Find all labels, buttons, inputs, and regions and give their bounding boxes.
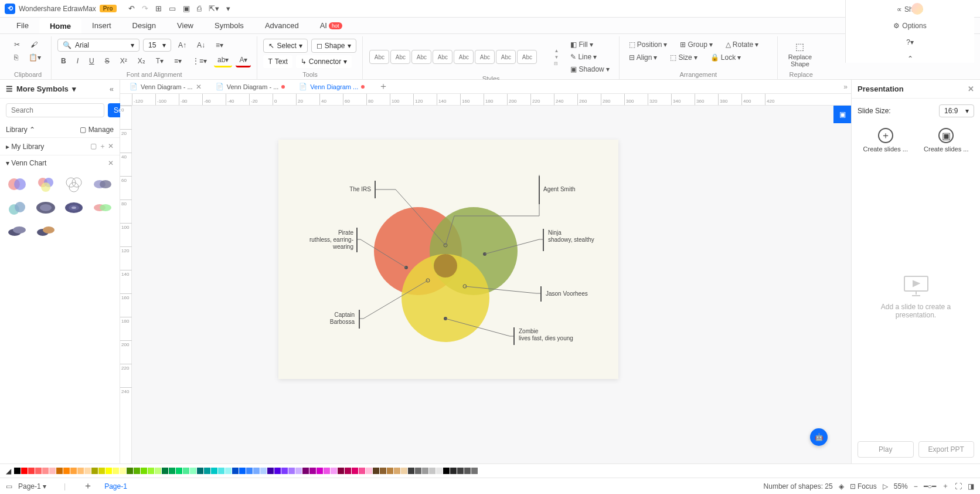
color-swatch[interactable] — [422, 468, 428, 474]
color-swatch[interactable] — [134, 468, 140, 474]
replace-shape-button[interactable]: ⬚Replace Shape — [784, 39, 816, 70]
color-swatch[interactable] — [324, 468, 330, 474]
color-swatch[interactable] — [14, 468, 21, 474]
fill-button[interactable]: ◧ Fill▾ — [567, 39, 612, 50]
position-button[interactable]: ⬚ Position▾ — [625, 39, 671, 50]
color-swatch[interactable] — [127, 468, 133, 474]
ai-assistant-button[interactable]: 🤖 — [810, 428, 828, 446]
collapse-ribbon-icon[interactable]: ⌃ — [907, 55, 913, 63]
venn-shape-5[interactable] — [6, 199, 28, 216]
color-swatch[interactable] — [239, 468, 246, 474]
color-swatch[interactable] — [190, 468, 196, 474]
cut-icon[interactable]: ✂ — [11, 39, 23, 50]
numbering-icon[interactable]: ≡▾ — [171, 55, 185, 67]
venn-shape-7[interactable] — [63, 199, 85, 216]
menu-ai[interactable]: AIhot — [309, 18, 353, 33]
fit-page-icon[interactable]: ⛶ — [955, 482, 962, 490]
no-fill-icon[interactable]: ◢ — [6, 467, 11, 475]
style-scroll-up[interactable]: ▲ — [554, 48, 559, 53]
menu-insert[interactable]: Insert — [81, 18, 122, 33]
line-button[interactable]: ✎ Line▾ — [567, 51, 612, 63]
color-swatch[interactable] — [281, 468, 288, 474]
group-button[interactable]: ⊞ Group▾ — [676, 39, 716, 50]
color-swatch[interactable] — [197, 468, 203, 474]
focus-button[interactable]: ⊡ Focus — [850, 482, 877, 490]
color-swatch[interactable] — [204, 468, 210, 474]
style-gallery[interactable]: Abc Abc Abc Abc Abc Abc Abc Abc — [369, 49, 550, 65]
color-swatch[interactable] — [42, 468, 49, 474]
open-icon[interactable]: ▭ — [169, 4, 176, 13]
my-library-section[interactable]: ▸ My Library ▢ ＋ ✕ — [0, 137, 120, 155]
shape-tool[interactable]: ◻ Shape▾ — [311, 39, 356, 53]
color-swatch[interactable] — [302, 468, 309, 474]
color-swatch[interactable] — [478, 468, 485, 474]
manage-button[interactable]: ▢ Manage — [80, 126, 114, 134]
rotate-button[interactable]: △ Rotate▾ — [722, 39, 762, 50]
close-section-icon[interactable]: ✕ — [108, 159, 114, 167]
close-right-panel-icon[interactable]: ✕ — [968, 84, 974, 93]
color-swatch[interactable] — [415, 468, 421, 474]
font-size-select[interactable]: 15 ▾ — [143, 39, 171, 52]
color-swatch[interactable] — [162, 468, 168, 474]
color-swatch[interactable] — [84, 468, 91, 474]
color-swatch[interactable] — [141, 468, 147, 474]
user-avatar[interactable] — [911, 3, 923, 15]
add-page-button[interactable]: ＋ — [83, 480, 93, 492]
venn-diagram[interactable]: The IRS Agent Smith Pirate ruthless, ear… — [278, 140, 618, 379]
color-swatch[interactable] — [464, 468, 471, 474]
venn-shape-4[interactable] — [91, 175, 114, 193]
print-icon[interactable]: ⎙ — [197, 4, 202, 13]
style-preset[interactable]: Abc — [517, 50, 537, 64]
color-swatch[interactable] — [70, 468, 77, 474]
create-slides-1-button[interactable]: ＋Create slides ... — [858, 128, 914, 153]
export-icon[interactable]: ⇱▾ — [209, 4, 219, 13]
play-icon[interactable]: ▷ — [883, 482, 888, 490]
layers-icon[interactable]: ◈ — [839, 482, 844, 490]
align-icon[interactable]: ≡▾ — [212, 39, 227, 51]
color-swatch[interactable] — [408, 468, 414, 474]
color-swatch[interactable] — [21, 468, 28, 474]
current-page[interactable]: Page-1 ▾ — [18, 482, 46, 490]
menu-view[interactable]: View — [166, 18, 204, 33]
highlight-icon[interactable]: ab▾ — [214, 54, 232, 67]
symbol-search-input[interactable] — [6, 103, 104, 117]
strike-icon[interactable]: S — [101, 55, 113, 67]
italic-icon[interactable]: I — [73, 55, 82, 67]
size-button[interactable]: ⬚ Size▾ — [666, 52, 700, 63]
format-painter-icon[interactable]: 🖌 — [27, 39, 41, 50]
color-swatch[interactable] — [366, 468, 372, 474]
doc-tab-3[interactable]: 📄 Venn Diagram ... — [293, 82, 370, 92]
add-tab-button[interactable]: ＋ — [373, 79, 394, 94]
color-swatch[interactable] — [155, 468, 161, 474]
color-swatch[interactable] — [260, 468, 267, 474]
venn-shape-1[interactable] — [6, 175, 28, 193]
play-button[interactable]: Play — [858, 441, 914, 458]
export-ppt-button[interactable]: Export PPT — [918, 441, 975, 458]
font-color-icon[interactable]: A▾ — [236, 54, 251, 67]
menu-design[interactable]: Design — [122, 18, 166, 33]
color-swatch[interactable] — [246, 468, 253, 474]
color-swatch[interactable] — [394, 468, 400, 474]
close-tab-icon[interactable]: ✕ — [196, 83, 202, 91]
font-family-select[interactable]: 🔍 Arial ▾ — [57, 39, 139, 52]
color-swatch[interactable] — [225, 468, 232, 474]
create-slides-2-button[interactable]: ▣Create slides ... — [918, 128, 975, 153]
zoom-slider[interactable]: ━○━ — [924, 482, 936, 490]
color-swatch[interactable] — [148, 468, 154, 474]
save-icon[interactable]: ▣ — [183, 4, 190, 13]
page-nav-icon[interactable]: ▭ — [6, 482, 12, 490]
color-swatch[interactable] — [35, 468, 42, 474]
menu-advanced[interactable]: Advanced — [254, 18, 309, 33]
color-swatch[interactable] — [56, 468, 63, 474]
undo-icon[interactable]: ↶ — [128, 4, 135, 13]
color-swatch[interactable] — [267, 468, 274, 474]
shadow-button[interactable]: ▣ Shadow▾ — [567, 63, 612, 75]
color-swatch[interactable] — [106, 468, 112, 474]
menu-home[interactable]: Home — [39, 18, 81, 33]
color-swatch[interactable] — [211, 468, 217, 474]
options-button[interactable]: ⚙ Options — [893, 22, 926, 30]
connector-tool[interactable]: ↳ Connector▾ — [296, 55, 352, 68]
subscript-icon[interactable]: X₂ — [134, 55, 149, 67]
style-preset[interactable]: Abc — [433, 50, 452, 64]
color-swatch[interactable] — [49, 468, 56, 474]
